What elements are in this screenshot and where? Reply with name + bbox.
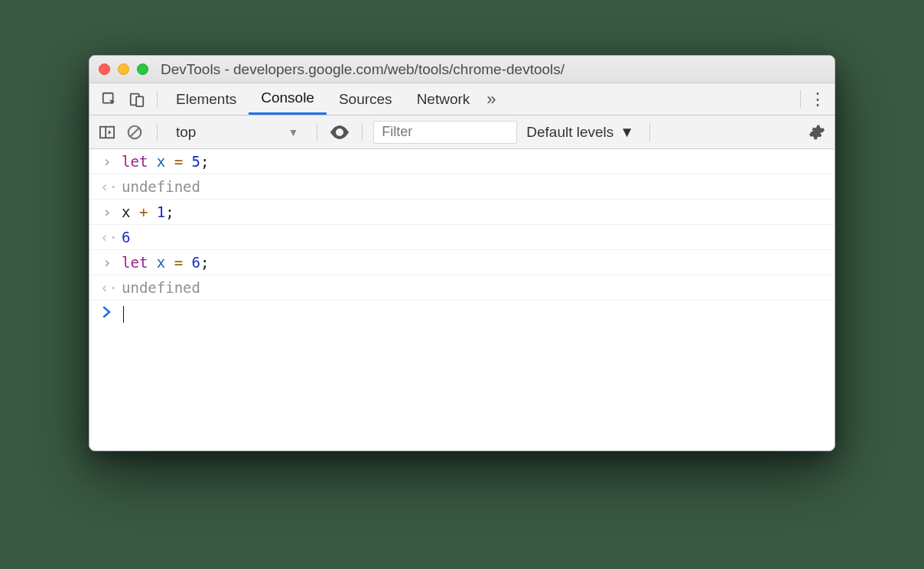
console-prompt-row[interactable] <box>89 301 835 327</box>
console-input-row: ›x + 1; <box>89 200 835 225</box>
console-toolbar: top ▼ Filter Default levels ▼ <box>89 115 835 149</box>
input-chevron-icon: › <box>100 254 114 271</box>
console-output[interactable]: ›let x = 5;‹·undefined›x + 1;‹·6›let x =… <box>89 149 835 450</box>
console-output-row: ‹·6 <box>89 225 835 250</box>
window-title: DevTools - developers.google.com/web/too… <box>161 61 564 78</box>
dropdown-triangle-icon: ▼ <box>288 126 298 138</box>
separator <box>157 90 158 109</box>
device-toolbar-icon[interactable] <box>126 89 148 110</box>
svg-line-6 <box>131 128 139 136</box>
console-code: let x = 6; <box>122 254 210 271</box>
window-titlebar: DevTools - developers.google.com/web/too… <box>89 56 835 83</box>
separator <box>317 123 317 141</box>
devtools-tabstrip: ElementsConsoleSourcesNetwork » ⋮ <box>89 83 835 115</box>
console-input-row: ›let x = 6; <box>89 250 835 275</box>
log-levels-select[interactable]: Default levels ▼ <box>522 124 639 141</box>
execution-context-label: top <box>176 124 196 141</box>
traffic-lights <box>99 63 148 75</box>
zoom-window-button[interactable] <box>137 63 148 75</box>
inspect-element-icon[interactable] <box>99 89 120 110</box>
execution-context-select[interactable]: top ▼ <box>168 121 306 144</box>
tab-console[interactable]: Console <box>249 83 327 115</box>
output-chevron-icon: ‹· <box>100 178 114 195</box>
console-settings-gear-icon[interactable] <box>805 121 828 144</box>
dropdown-triangle-icon: ▼ <box>620 124 634 141</box>
console-result: undefined <box>122 279 200 296</box>
console-code: x + 1; <box>122 203 174 220</box>
console-input[interactable] <box>122 304 124 323</box>
minimize-window-button[interactable] <box>118 63 129 75</box>
console-input-row: ›let x = 5; <box>89 149 835 174</box>
output-chevron-icon: ‹· <box>100 279 114 296</box>
svg-rect-3 <box>100 126 114 138</box>
devtools-window: DevTools - developers.google.com/web/too… <box>89 55 835 451</box>
console-output-row: ‹·undefined <box>89 174 835 200</box>
tab-network[interactable]: Network <box>405 83 483 115</box>
separator <box>649 123 650 141</box>
separator <box>157 123 158 141</box>
tab-elements[interactable]: Elements <box>164 83 249 115</box>
separator <box>362 123 363 141</box>
close-window-button[interactable] <box>99 63 110 75</box>
svg-rect-2 <box>136 96 143 106</box>
output-chevron-icon: ‹· <box>100 229 114 245</box>
toggle-drawer-icon[interactable] <box>96 121 119 144</box>
console-code: let x = 5; <box>122 153 210 170</box>
live-expression-eye-icon[interactable] <box>328 121 351 144</box>
settings-menu-button[interactable]: ⋮ <box>807 89 828 109</box>
tabs-overflow-button[interactable]: » <box>482 89 500 109</box>
console-result: undefined <box>122 178 200 195</box>
prompt-chevron-icon <box>100 304 114 321</box>
filter-placeholder: Filter <box>382 124 412 140</box>
input-chevron-icon: › <box>100 203 114 220</box>
separator <box>800 90 801 109</box>
console-output-row: ‹·undefined <box>89 275 835 301</box>
input-chevron-icon: › <box>100 153 114 170</box>
tab-sources[interactable]: Sources <box>327 83 405 115</box>
log-levels-label: Default levels <box>526 124 613 141</box>
console-filter-input[interactable]: Filter <box>373 121 517 144</box>
clear-console-icon[interactable] <box>123 121 146 144</box>
console-result: 6 <box>122 229 130 245</box>
